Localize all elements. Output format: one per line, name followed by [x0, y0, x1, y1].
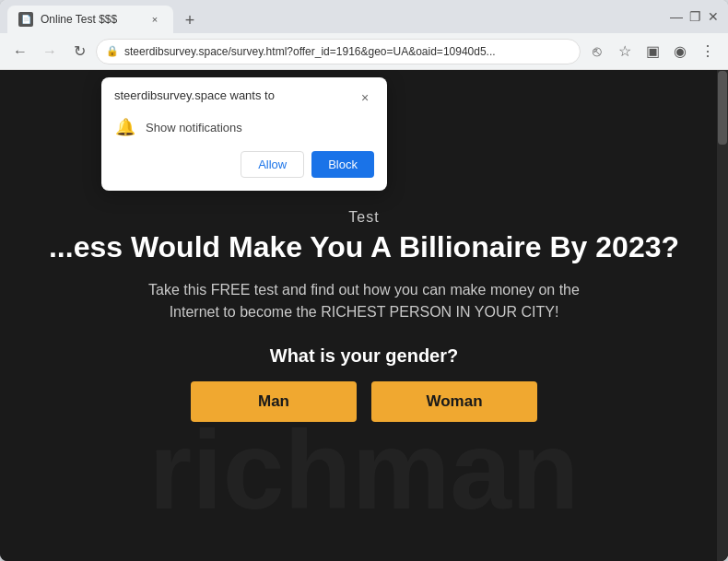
tabs-area: 📄 Online Test $$$ × + — [7, 0, 669, 33]
man-button[interactable]: Man — [191, 381, 357, 422]
share-button[interactable]: ⎋ — [584, 39, 610, 64]
page-headline: ...ess Would Make You A Billionaire By 2… — [49, 229, 679, 264]
back-button[interactable]: ← — [7, 39, 33, 64]
nav-right-icons: ⎋ ☆ ▣ ◉ ⋮ — [584, 39, 721, 64]
close-button[interactable]: ✕ — [706, 9, 721, 24]
page-tagline: Test — [348, 209, 379, 226]
profile-button[interactable]: ◉ — [667, 39, 693, 64]
popup-row: 🔔 Show notifications — [114, 116, 374, 138]
url-text: steerdibsurvey.space/survey.html?offer_i… — [124, 45, 570, 58]
popup-title: steerdibsurvey.space wants to — [114, 88, 275, 102]
woman-button[interactable]: Woman — [371, 381, 537, 422]
new-tab-button[interactable]: + — [177, 7, 203, 33]
popup-message: Show notifications — [146, 121, 242, 134]
title-bar: 📄 Online Test $$$ × + — ❐ ✕ — [0, 0, 728, 33]
popup-close-button[interactable]: × — [356, 88, 374, 107]
window-controls: — ❐ ✕ — [669, 9, 721, 24]
popup-buttons: Allow Block — [114, 151, 374, 178]
tab-title: Online Test $$$ — [41, 13, 140, 26]
page-content: richman Test ...ess Would Make You A Bil… — [0, 70, 728, 561]
allow-button[interactable]: Allow — [241, 151, 304, 178]
refresh-button[interactable]: ↻ — [66, 39, 92, 64]
extensions-button[interactable]: ▣ — [640, 39, 665, 64]
nav-bar: ← → ↻ 🔒 steerdibsurvey.space/survey.html… — [0, 33, 728, 70]
bell-icon: 🔔 — [114, 116, 136, 138]
restore-button[interactable]: ❐ — [687, 9, 702, 24]
tab-close-button[interactable]: × — [147, 12, 162, 27]
gender-question: What is your gender? — [270, 345, 458, 367]
page-body: Take this FREE test and find out how you… — [124, 279, 604, 323]
block-button[interactable]: Block — [311, 151, 374, 178]
active-tab[interactable]: 📄 Online Test $$$ × — [7, 6, 173, 33]
bookmark-button[interactable]: ☆ — [612, 39, 638, 64]
menu-button[interactable]: ⋮ — [695, 39, 721, 64]
gender-buttons: Man Woman — [191, 381, 537, 422]
address-bar[interactable]: 🔒 steerdibsurvey.space/survey.html?offer… — [96, 39, 581, 64]
minimize-button[interactable]: — — [669, 9, 684, 24]
tab-favicon: 📄 — [18, 12, 33, 27]
notification-popup: steerdibsurvey.space wants to × 🔔 Show n… — [101, 77, 387, 191]
browser-window: 📄 Online Test $$$ × + — ❐ ✕ ← → ↻ 🔒 stee… — [0, 0, 728, 561]
popup-header: steerdibsurvey.space wants to × — [114, 88, 374, 107]
forward-button[interactable]: → — [37, 39, 63, 64]
lock-icon: 🔒 — [106, 45, 119, 57]
